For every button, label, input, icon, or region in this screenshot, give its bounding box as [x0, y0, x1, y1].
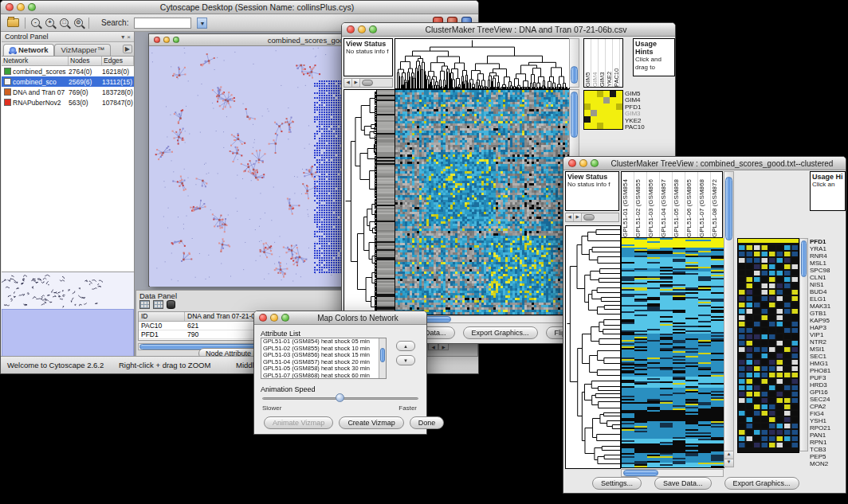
done-button[interactable]: Done — [410, 416, 445, 429]
slider-left-icon[interactable]: ◀ — [344, 79, 352, 87]
gene-label[interactable]: PFD1 — [810, 238, 846, 245]
tab-vizmapper[interactable]: VizMapper™ — [54, 44, 111, 56]
column-header-network[interactable]: Network — [2, 57, 69, 65]
network-overview-canvas[interactable] — [2, 272, 134, 357]
gene-label[interactable]: MAK31 — [810, 303, 846, 310]
attribute-table-icon[interactable] — [139, 300, 150, 309]
heatmap-canvas[interactable] — [395, 89, 570, 315]
gene-label[interactable]: HMG1 — [810, 360, 846, 367]
gene-label[interactable]: VIP1 — [810, 331, 846, 338]
scroll-left-icon[interactable]: ◀ — [428, 343, 438, 350]
gene-label[interactable]: KAP95 — [810, 317, 846, 324]
animation-speed-slider[interactable] — [262, 393, 418, 403]
move-down-button[interactable]: ▼ — [396, 355, 415, 365]
close-panel-icon[interactable]: × — [127, 33, 131, 41]
dendro-zoom-slider[interactable]: ◀ ▶ — [344, 78, 393, 88]
minimize-button[interactable] — [579, 159, 587, 167]
close-button[interactable] — [6, 3, 14, 11]
attribute-list-item[interactable]: GPL51-07 (GSM868) heat shock 60 min — [261, 373, 386, 379]
frame-close-button[interactable] — [154, 37, 160, 43]
list-vscrollbar[interactable] — [379, 338, 386, 378]
vscroll-thumb[interactable] — [571, 92, 578, 138]
network-row[interactable]: RNAPuberNov2563(0)107847(0) — [2, 97, 134, 107]
zoom-button[interactable] — [281, 314, 289, 322]
list-vscroll-thumb[interactable] — [380, 348, 385, 362]
row-dendrogram-canvas[interactable] — [565, 225, 621, 469]
slider-left-icon[interactable]: ◀ — [566, 213, 574, 221]
gene-label[interactable]: TCB3 — [810, 446, 846, 453]
animate-vizmap-button[interactable]: Animate Vizmap — [264, 416, 333, 429]
minimize-button[interactable] — [17, 3, 25, 11]
select-attributes-icon[interactable] — [153, 300, 163, 309]
zoom-fit-icon[interactable]: □ — [60, 18, 69, 27]
gene-label[interactable]: BUD4 — [810, 288, 846, 295]
row-dendrogram-canvas[interactable] — [344, 89, 377, 315]
close-button[interactable] — [347, 25, 355, 33]
treeview-dna-titlebar[interactable]: ClusterMaker TreeView : DNA and Tran 07-… — [342, 23, 675, 37]
vscroll-thumb[interactable] — [801, 240, 807, 277]
zoom-out-icon[interactable]: - — [31, 18, 40, 27]
vscroll-thumb[interactable] — [725, 177, 732, 240]
network-row[interactable]: combined_scores2764(0)16218(0) — [2, 66, 134, 76]
gene-label[interactable]: FIG4 — [810, 410, 846, 417]
hscroll-thumb[interactable] — [623, 470, 658, 476]
gene-label[interactable]: GTB1 — [810, 310, 846, 317]
gene-label[interactable]: YSH1 — [810, 417, 846, 424]
slider-thumb[interactable] — [362, 80, 373, 86]
gene-label[interactable]: HRD3 — [810, 381, 846, 389]
gene-label[interactable]: ELG1 — [810, 295, 846, 303]
zoom-in-icon[interactable]: + — [45, 18, 54, 27]
open-session-icon[interactable] — [7, 18, 19, 27]
frame-zoom-button[interactable] — [173, 37, 179, 43]
scroll-down-icon[interactable]: ▼ — [724, 459, 733, 467]
gene-label[interactable]: NTR2 — [810, 338, 846, 346]
main-titlebar[interactable]: Cytoscape Desktop (Session Name: collins… — [1, 1, 478, 14]
gene-label[interactable]: NIS1 — [810, 281, 846, 288]
gene-label[interactable]: PAN1 — [810, 432, 846, 439]
zoom-button[interactable] — [28, 3, 36, 11]
header-vscrollbar[interactable] — [569, 38, 579, 88]
zoom-heatmap-canvas[interactable] — [737, 238, 799, 453]
attribute-listbox[interactable]: GPL51-01 (GSM854) heat shock 05 minGPL51… — [261, 338, 387, 379]
tab-overflow-button[interactable]: ▶ — [123, 45, 132, 53]
dialog-titlebar[interactable]: Map Colors to Network — [254, 311, 426, 325]
scroll-up-icon[interactable]: ▲ — [724, 451, 733, 459]
tab-network[interactable]: Network — [3, 44, 54, 56]
gene-label[interactable]: CLN1 — [810, 274, 846, 281]
row-annotation-strip[interactable] — [376, 89, 395, 315]
slider-thumb[interactable] — [583, 214, 595, 221]
gene-label[interactable]: YRA1 — [810, 245, 846, 252]
gene-label[interactable]: MSL1 — [810, 260, 846, 267]
close-button[interactable] — [259, 314, 267, 322]
network-row[interactable]: combined_sco2569(6)13112(15) — [2, 76, 134, 87]
export-graphics-button[interactable]: Export Graphics... — [724, 477, 799, 490]
gene-label[interactable]: RNR4 — [810, 252, 846, 260]
vscroll-thumb[interactable] — [571, 66, 578, 84]
create-vizmap-button[interactable]: Create Vizmap — [339, 416, 403, 429]
search-input[interactable] — [134, 18, 191, 29]
move-up-button[interactable]: ▲ — [396, 341, 415, 351]
gene-label[interactable]: CPA2 — [810, 403, 846, 410]
heatmap-canvas[interactable] — [621, 238, 724, 468]
gene-label[interactable]: MON2 — [810, 460, 846, 467]
scroll-right-icon[interactable]: ▶ — [438, 343, 449, 350]
gene-label[interactable]: RPN1 — [810, 439, 846, 446]
save-data-button[interactable]: Save Data... — [654, 477, 712, 490]
dendro-zoom-slider[interactable]: ◀ ▶ — [565, 213, 619, 222]
gene-label[interactable]: GPI16 — [810, 389, 846, 396]
zoom-vscrollbar[interactable] — [799, 238, 808, 451]
zoom-selected-icon[interactable]: ⊙ — [74, 18, 83, 27]
column-header-nodes[interactable]: Nodes — [69, 57, 102, 65]
frame-minimize-button[interactable] — [163, 37, 170, 43]
gene-label[interactable]: SEC24 — [810, 396, 846, 403]
zoom-button[interactable] — [369, 25, 377, 33]
gene-label[interactable]: HAP3 — [810, 324, 846, 331]
gene-label[interactable]: RPO21 — [810, 424, 846, 432]
gene-label[interactable]: SPC98 — [810, 267, 846, 274]
slider-right-icon[interactable]: ▶ — [574, 213, 582, 221]
network-row[interactable]: DNA and Tran 07769(0)183728(0) — [2, 87, 134, 97]
column-header-edges[interactable]: Edges — [102, 57, 134, 65]
close-button[interactable] — [568, 159, 576, 167]
zoom-button[interactable] — [591, 159, 599, 167]
slider-right-icon[interactable]: ▶ — [352, 79, 360, 87]
